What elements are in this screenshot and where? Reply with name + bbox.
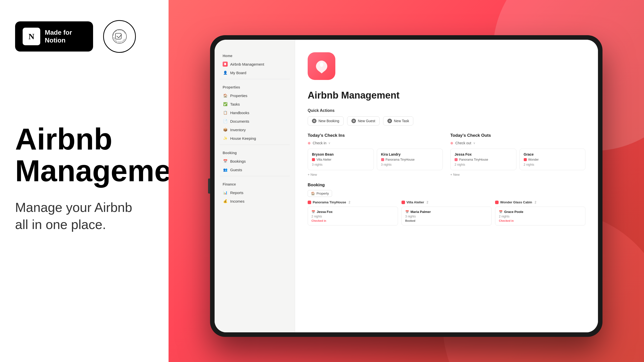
sidebar-bookings-label: Bookings (230, 159, 246, 163)
property-tab[interactable]: 🏠 Property (308, 190, 332, 197)
badges-row: N Made for Notion NOTION CERTIFIED (15, 20, 153, 53)
checkin-label: Check in (313, 141, 326, 145)
checkin-property-0: Villa Atelier (312, 158, 370, 161)
sections-row: Today's Check Ins ⊕ Check in ∨ Bryson Be… (308, 133, 585, 176)
sidebar-item-tasks[interactable]: ✅ Tasks (220, 100, 290, 108)
checkout-card-1: Grace Wonder 2 nights (519, 149, 586, 170)
property-col-0: Panorama TinyHouse 2 📅 Jessa Fox 2 night… (308, 200, 398, 228)
col-dot-1 (401, 201, 405, 204)
sidebar-item-inventory[interactable]: 📦 Inventory (220, 125, 290, 134)
booking-section-title: Booking (308, 183, 585, 188)
col-dot-0 (308, 201, 311, 204)
checkout-property-0: Panorama TinyHouse (455, 158, 512, 161)
notion-n-icon: N (23, 28, 40, 45)
sidebar-item-properties[interactable]: 🏠 Properties (220, 91, 290, 100)
left-section: N Made for Notion NOTION CERTIFIED (0, 0, 169, 362)
col-name-1: Villa Atelier (407, 200, 424, 204)
sidebar-item-handbooks[interactable]: 📋 Handbooks (220, 108, 290, 117)
checkin-property-name-0: Villa Atelier (316, 158, 331, 161)
sidebar-booking-label: Booking (220, 147, 290, 157)
sidebar-documents-label: Documents (230, 119, 249, 123)
sidebar-item-bookings[interactable]: 📅 Bookings (220, 157, 290, 165)
tablet-main: Airbnb Management Quick Actions ⊕ New Bo… (295, 40, 598, 332)
handbooks-icon: 📋 (223, 110, 228, 115)
bookings-icon: 📅 (223, 159, 228, 164)
inventory-icon: 📦 (223, 127, 228, 132)
checkouts-section: Today's Check Outs ⊕ Check out ∨ Jessa F… (450, 133, 585, 176)
checkout-dot-pink-0 (455, 158, 458, 161)
checkout-property-name-1: Wonder (528, 158, 539, 161)
sidebar-item-documents[interactable]: 📄 Documents (220, 117, 290, 125)
sidebar-reports-label: Reports (230, 191, 244, 195)
sidebar-divider-2 (220, 145, 290, 145)
booking-nights-0-0: 2 nights (311, 215, 394, 218)
sidebar-housekeeping-label: House Keeping (230, 136, 256, 141)
new-task-button[interactable]: ⊕ New Task (383, 116, 413, 125)
col-count-0: 2 (349, 201, 350, 204)
sidebar-item-housekeeping[interactable]: ✨ House Keeping (220, 134, 290, 143)
sidebar-tasks-label: Tasks (230, 102, 240, 106)
booking-entry-guest-0-0: 📅 Jessa Fox (311, 210, 394, 214)
sidebar-item-incomes[interactable]: 💰 Incomes (220, 197, 290, 205)
sidebar-item-my-board[interactable]: 👤 My Board (220, 68, 290, 77)
certified-badge: NOTION CERTIFIED NOTION CERTIFIED (103, 20, 136, 53)
checkin-guest-1: Kira Landry (381, 152, 439, 156)
sidebar-item-reports[interactable]: 📊 Reports (220, 188, 290, 197)
booking-guest-name-0-0: Jessa Fox (317, 210, 333, 214)
new-task-label: New Task (394, 119, 409, 123)
new-booking-button[interactable]: ⊕ New Booking (308, 116, 344, 125)
property-col-header-2: Wonder Glass Cabin 2 (495, 200, 585, 204)
sidebar-item-airbnb-management[interactable]: Airbnb Management (220, 60, 290, 68)
main-content: Quick Actions ⊕ New Booking ⊕ New Guest … (295, 108, 598, 228)
property-tab-icon: 🏠 (311, 192, 315, 195)
booking-entry-guest-1-0: 📅 Maria Palmer (405, 210, 488, 214)
col-count-2: 2 (535, 201, 536, 204)
home-icon: 🏠 (223, 93, 228, 98)
checkout-guest-1: Grace (524, 152, 581, 156)
checkin-property-1: Panorama TinyHouse (381, 158, 439, 161)
svg-point-6 (320, 62, 323, 67)
calendar-icon-1-0: 📅 (405, 210, 409, 214)
new-guest-button[interactable]: ⊕ New Guest (347, 116, 380, 125)
calendar-icon-0-0: 📅 (311, 210, 315, 214)
checkin-header: ⊕ Check in ∨ (308, 141, 443, 145)
booking-nights-2-0: 2 nights (499, 215, 582, 218)
checkout-dot-red-1 (524, 158, 527, 161)
booking-nights-1-0: 3 nights (405, 215, 488, 218)
main-heading: Airbnb Management (15, 123, 153, 187)
property-dot-red-0 (312, 158, 315, 161)
tablet-frame: Home Airbnb Management 👤 My Board Proper… (210, 35, 602, 337)
checkout-nights-0: 2 nights (455, 163, 512, 166)
checkin-nights-1: 3 nights (381, 163, 439, 166)
sidebar-properties-label: Properties (220, 81, 290, 91)
new-task-icon: ⊕ (387, 119, 392, 123)
booking-entry-0-0: 📅 Jessa Fox 2 nights Checked in (308, 207, 398, 225)
right-section: Home Airbnb Management 👤 My Board Proper… (169, 0, 644, 362)
app-title: Airbnb Management (308, 90, 585, 101)
sidebar-item-guests[interactable]: 👥 Guests (220, 165, 290, 174)
quick-actions-title: Quick Actions (308, 108, 585, 113)
svg-text:NOTION CERTIFIED: NOTION CERTIFIED (112, 29, 126, 36)
tasks-icon: ✅ (223, 102, 228, 107)
checkout-guest-0: Jessa Fox (455, 152, 512, 156)
property-col-2: Wonder Glass Cabin 2 📅 Grace Poole 2 nig… (495, 200, 585, 228)
booking-guest-name-2-0: Grace Poole (504, 210, 523, 214)
sidebar-inventory-label: Inventory (230, 128, 246, 132)
booking-guest-name-1-0: Maria Palmer (411, 210, 431, 214)
booking-entry-2-0: 📅 Grace Poole 2 nights Checked in (495, 207, 585, 225)
sidebar-finance-label: Finance (220, 178, 290, 188)
checkin-new-button[interactable]: + New (308, 173, 443, 176)
checkout-new-button[interactable]: + New (450, 173, 585, 176)
airbnb-app-icon (308, 52, 335, 80)
made-for-notion-badge: N Made for Notion (15, 21, 93, 52)
new-booking-icon: ⊕ (312, 119, 316, 123)
checkin-cards-row: Bryson Bean Villa Atelier 3 nights Kira … (308, 149, 443, 170)
calendar-icon-2-0: 📅 (499, 210, 503, 214)
checkout-new-label: + New (450, 173, 460, 176)
checkin-new-label: + New (308, 173, 317, 176)
property-tab-label: Property (316, 192, 329, 195)
property-col-header-0: Panorama TinyHouse 2 (308, 200, 398, 204)
airbnb-icon-small (223, 62, 228, 67)
booking-section: Booking 🏠 Property Panorama TinyHouse (308, 183, 585, 228)
booking-entry-1-0: 📅 Maria Palmer 3 nights Booked (401, 207, 492, 225)
